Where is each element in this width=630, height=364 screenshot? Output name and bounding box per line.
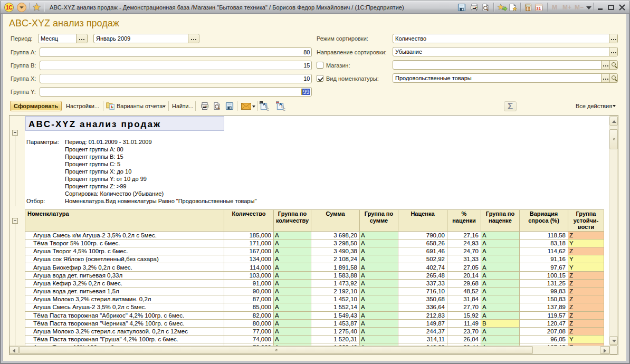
svg-text:C: C [266,108,269,111]
svg-text:C: C [283,108,285,111]
svg-text:31: 31 [536,6,541,11]
svg-text:1С: 1С [6,5,13,11]
